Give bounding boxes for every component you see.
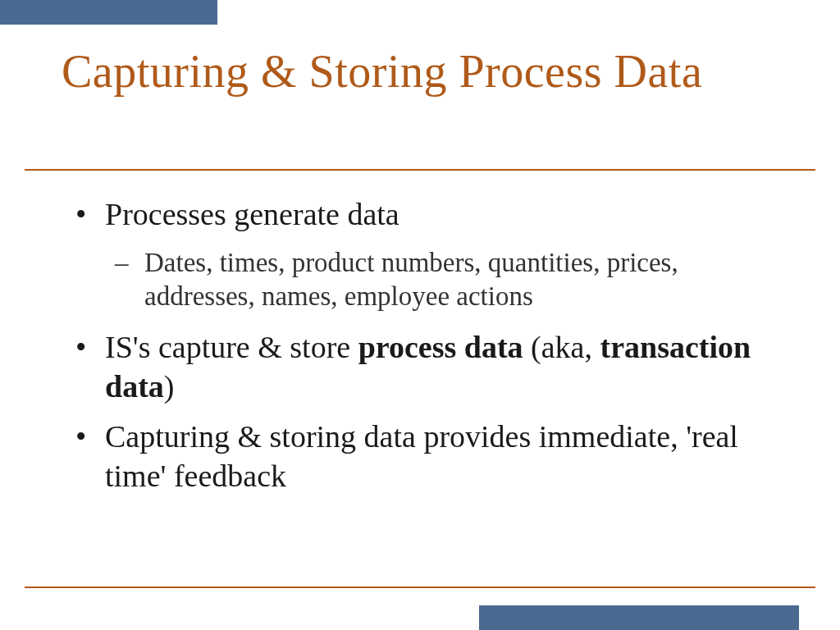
- bullet-item-3: Capturing & storing data provides immedi…: [66, 418, 791, 495]
- accent-bar-bottom: [479, 605, 799, 630]
- slide-title: Capturing & Storing Process Data: [62, 45, 799, 98]
- bullet-subitem-1a: Dates, times, product numbers, quantitie…: [66, 246, 791, 314]
- bullet-item-1: Processes generate data: [66, 195, 791, 235]
- bullet-2-bold-1: process data: [358, 330, 523, 364]
- bullet-list: Processes generate data Dates, times, pr…: [66, 195, 791, 507]
- divider-bottom: [25, 587, 815, 588]
- accent-bar-top: [0, 0, 217, 25]
- bullet-2-text-pre: IS's capture & store: [105, 330, 358, 364]
- bullet-2-text-post: ): [164, 369, 175, 404]
- slide-content: Capturing & Storing Process Data: [62, 45, 799, 98]
- bullet-item-2: IS's capture & store process data (aka, …: [66, 328, 791, 406]
- bullet-2-text-mid: (aka,: [523, 330, 600, 364]
- divider-top: [25, 169, 815, 171]
